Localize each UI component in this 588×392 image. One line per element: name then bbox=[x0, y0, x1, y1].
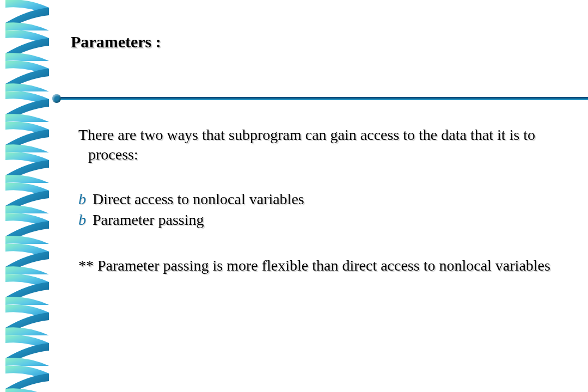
title-divider bbox=[54, 97, 588, 100]
note-paragraph: ** Parameter passing is more flexible th… bbox=[78, 256, 555, 275]
slide-title: Parameters : bbox=[71, 33, 566, 51]
intro-paragraph: There are two ways that subprogram can g… bbox=[78, 125, 555, 165]
bullet-label: Direct access to nonlocal variables bbox=[93, 189, 304, 210]
bullet-icon: b bbox=[78, 210, 93, 230]
bullet-list: b Direct access to nonlocal variables b … bbox=[78, 189, 555, 230]
list-item: b Direct access to nonlocal variables bbox=[78, 189, 555, 210]
svg-rect-0 bbox=[0, 0, 54, 392]
divider-endcap-icon bbox=[52, 94, 61, 103]
bullet-label: Parameter passing bbox=[93, 210, 204, 230]
spiral-decoration bbox=[0, 0, 54, 392]
list-item: b Parameter passing bbox=[78, 210, 555, 230]
bullet-icon: b bbox=[78, 189, 93, 210]
